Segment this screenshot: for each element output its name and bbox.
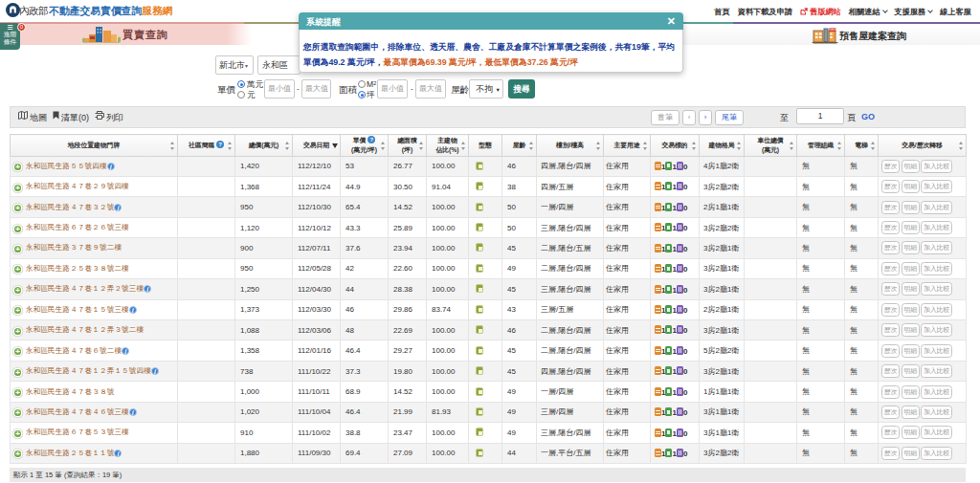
svg-text:NEW: NEW — [830, 28, 836, 32]
